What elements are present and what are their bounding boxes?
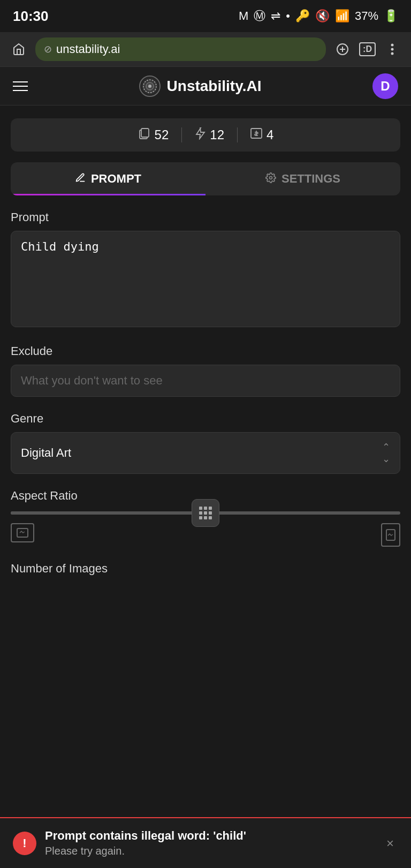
toast-notification: ! Prompt contains illegal word: 'child' … xyxy=(0,817,411,868)
browser-chrome: ⊘ unstability.ai :D xyxy=(0,32,411,67)
svg-point-8 xyxy=(148,85,151,88)
copies-count: 52 xyxy=(155,127,169,142)
slider-track xyxy=(11,511,400,515)
settings-tab-label: SETTINGS xyxy=(281,172,340,186)
hamburger-line xyxy=(13,86,28,87)
svg-rect-10 xyxy=(141,129,149,137)
security-icon: ⊘ xyxy=(44,43,52,55)
toast-content: Prompt contains illegal word: 'child' Pl… xyxy=(45,829,374,857)
signal-icon: 📶 xyxy=(335,9,349,23)
new-tab-button[interactable] xyxy=(332,39,353,59)
drag-grid-icon xyxy=(199,507,212,519)
number-of-images-label: Number of Images xyxy=(11,562,400,576)
mail-icon: Ⓜ xyxy=(254,8,265,24)
svg-point-4 xyxy=(391,48,394,51)
dot-icon: • xyxy=(286,9,290,23)
stat-divider-1 xyxy=(181,127,182,142)
address-bar[interactable]: ⊘ unstability.ai xyxy=(35,37,326,61)
main-content: 52 12 4 xyxy=(0,105,411,603)
prompt-section: Prompt Child dying xyxy=(11,210,400,329)
genre-value: Digital Art xyxy=(21,446,71,460)
app-logo: Unstability.AI xyxy=(139,76,262,97)
bolt-icon xyxy=(195,127,206,143)
aspect-ratio-section: Aspect Ratio xyxy=(11,489,400,547)
hamburger-menu[interactable] xyxy=(13,81,28,91)
logo-icon xyxy=(139,76,161,97)
stat-copies: 52 xyxy=(138,127,169,143)
bolt-count: 12 xyxy=(210,127,224,142)
slider-fill xyxy=(11,511,206,515)
svg-point-5 xyxy=(391,52,394,55)
stat-dollar: 4 xyxy=(250,127,273,143)
app-header: Unstability.AI D xyxy=(0,67,411,105)
exclude-label: Exclude xyxy=(11,344,400,358)
exclude-input[interactable] xyxy=(11,365,400,397)
key-icon: 🔑 xyxy=(295,9,310,23)
hamburger-line xyxy=(13,81,28,82)
hamburger-line xyxy=(13,90,28,91)
exclude-section: Exclude xyxy=(11,344,400,397)
gear-icon xyxy=(265,172,276,186)
stat-divider-2 xyxy=(237,127,238,142)
prompt-tab[interactable]: PROMPT xyxy=(11,162,206,195)
status-icons: M Ⓜ ⇌ • 🔑 🔇 📶 37% 🔋 xyxy=(239,8,398,24)
portrait-aspect-icon xyxy=(381,523,400,547)
settings-tab[interactable]: SETTINGS xyxy=(206,162,400,195)
landscape-aspect-icon xyxy=(11,523,34,542)
stats-bar: 52 12 4 xyxy=(11,118,400,152)
aspect-ratio-slider-container xyxy=(11,511,400,515)
battery-text: 37% xyxy=(355,9,378,23)
tab-switcher-button[interactable]: :D xyxy=(359,42,376,56)
svg-point-3 xyxy=(391,44,394,47)
tabs-container: PROMPT SETTINGS xyxy=(11,162,400,195)
stat-bolt: 12 xyxy=(195,127,224,143)
toast-subtitle: Please try again. xyxy=(45,845,374,857)
prompt-label: Prompt xyxy=(11,210,400,224)
prompt-input[interactable]: Child dying xyxy=(11,231,400,327)
copies-icon xyxy=(138,127,150,143)
status-bar: 10:30 M Ⓜ ⇌ • 🔑 🔇 📶 37% 🔋 xyxy=(0,0,411,32)
genre-label: Genre xyxy=(11,412,400,426)
toast-title: Prompt contains illegal word: 'child' xyxy=(45,829,374,843)
user-avatar[interactable]: D xyxy=(372,73,398,99)
status-time: 10:30 xyxy=(13,8,49,25)
number-of-images-section: Number of Images xyxy=(11,562,400,576)
slider-thumb[interactable] xyxy=(192,499,219,527)
mute-icon: 🔇 xyxy=(315,9,330,23)
genre-section: Genre Digital Art ⌃⌄ xyxy=(11,412,400,474)
browser-home-button[interactable] xyxy=(9,39,29,59)
pencil-icon xyxy=(75,172,86,186)
toast-error-icon: ! xyxy=(13,832,36,855)
toast-close-button[interactable]: × xyxy=(382,834,398,853)
chevron-icon: ⌃⌄ xyxy=(382,441,390,465)
dollar-count: 4 xyxy=(267,127,273,142)
battery-icon: 🔋 xyxy=(384,9,398,23)
app-name: Unstability.AI xyxy=(167,78,262,95)
browser-menu-button[interactable] xyxy=(382,39,402,59)
url-text: unstability.ai xyxy=(56,42,120,56)
wifi-icon: ⇌ xyxy=(271,9,280,23)
genre-dropdown[interactable]: Digital Art ⌃⌄ xyxy=(11,432,400,474)
gmail-icon: M xyxy=(239,9,248,23)
prompt-tab-label: PROMPT xyxy=(91,172,141,186)
svg-point-12 xyxy=(269,176,272,179)
dollar-icon xyxy=(250,127,262,143)
